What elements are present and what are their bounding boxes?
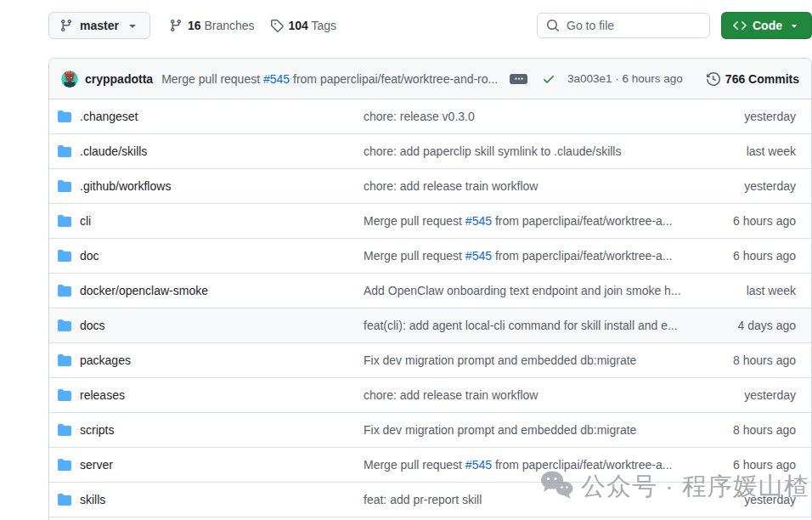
pr-link[interactable]: #545 [263,72,290,86]
table-row[interactable]: server Merge pull request #545 from pape… [49,448,811,483]
folder-icon [58,284,71,297]
file-name-link[interactable]: releases [80,388,125,402]
file-name-link[interactable]: skills [80,493,105,506]
row-commit-message-suffix[interactable]: from paperclipai/feat/worktree-a... [492,458,672,472]
commits-count: 766 [725,72,745,86]
commit-message-prefix[interactable]: Merge pull request [161,72,263,86]
file-name-link[interactable]: .github/workflows [80,179,171,193]
folder-icon [58,493,71,506]
commit-message-suffix[interactable]: from paperclipai/feat/worktree-and-ro... [290,72,498,86]
row-pr-link[interactable]: #545 [465,214,492,228]
table-row[interactable]: skills feat: add pr-report skill yesterd… [49,483,811,517]
commits-label: Commits [748,72,799,86]
name-cell: docker/openclaw-smoke [49,284,364,297]
row-commit-message[interactable]: Merge pull request [364,214,465,228]
code-button-label: Code [753,19,782,32]
commit-date: 6 hours ago [684,249,811,263]
name-cell: .claude/skills [49,144,364,158]
name-cell: .github/workflows [49,179,364,193]
search-input[interactable] [567,19,701,32]
file-name-link[interactable]: docs [80,319,105,332]
row-commit-message-suffix[interactable]: from paperclipai/feat/worktree-a... [492,249,672,263]
git-branch-icon [59,19,73,32]
commit-date: 8 hours ago [684,353,811,367]
table-row[interactable]: cli Merge pull request #545 from papercl… [49,204,811,239]
row-commit-message[interactable]: chore: add release train workflow [364,388,538,402]
file-name-link[interactable]: packages [80,353,131,367]
name-cell: .changeset [49,110,364,123]
folder-icon [58,144,71,158]
commit-message-cell: Add OpenClaw onboarding text endpoint an… [364,284,684,297]
table-row[interactable]: scripts Fix dev migration prompt and emb… [49,413,811,448]
row-commit-message[interactable]: chore: release v0.3.0 [364,110,475,123]
name-cell: scripts [49,423,364,437]
folder-icon [58,458,71,472]
commit-date: yesterday [684,179,811,193]
row-commit-message[interactable]: Merge pull request [364,458,465,472]
file-name-link[interactable]: .claude/skills [80,144,147,158]
folder-icon [58,353,71,367]
checks-status-icon[interactable] [542,72,555,86]
branches-label: Branches [204,19,254,32]
tags-label: Tags [312,19,337,32]
row-pr-link[interactable]: #545 [465,249,492,263]
row-commit-message-suffix[interactable]: from paperclipai/feat/worktree-a... [492,214,672,228]
commit-date: last week [684,284,811,297]
file-tree-box: cryppadotta Merge pull request #545 from… [48,58,812,520]
code-icon [733,19,747,32]
history-icon [707,72,720,86]
file-table: .changeset chore: release v0.3.0 yesterd… [49,99,811,517]
go-to-file-search[interactable] [537,13,710,38]
row-commit-message[interactable]: Merge pull request [364,249,465,263]
repo-toolbar: master 16 Branches 104 Tags [48,12,812,39]
table-row[interactable]: releases chore: add release train workfl… [49,378,811,413]
git-branch-icon [169,19,183,32]
row-pr-link[interactable]: #545 [465,458,492,472]
commit-message-cell: feat(cli): add agent local-cli command f… [364,319,684,332]
commit-date: yesterday [684,388,811,402]
commit-message-cell: Fix dev migration prompt and embedded db… [364,423,684,437]
file-name-link[interactable]: .changeset [80,110,138,123]
table-row[interactable]: docs feat(cli): add agent local-cli comm… [49,308,811,343]
commit-date: 6 hours ago [684,214,811,228]
name-cell: packages [49,353,364,367]
file-name-link[interactable]: doc [80,249,99,263]
row-commit-message[interactable]: Add OpenClaw onboarding text endpoint an… [364,284,681,297]
folder-icon [58,179,71,193]
folder-icon [58,214,71,228]
branch-selector-button[interactable]: master [48,12,150,39]
name-cell: skills [49,493,364,506]
row-commit-message[interactable]: chore: add paperclip skill symlink to .c… [364,144,621,158]
table-row[interactable]: packages Fix dev migration prompt and em… [49,343,811,378]
table-row[interactable]: .claude/skills chore: add paperclip skil… [49,134,811,169]
commit-message-cell: chore: release v0.3.0 [364,110,684,123]
tags-link[interactable]: 104 Tags [270,19,337,32]
branches-link[interactable]: 16 Branches [169,19,255,32]
commit-message-cell: Merge pull request #545 from paperclipai… [364,249,684,263]
commit-date: yesterday [684,493,811,506]
name-cell: server [49,458,364,472]
commit-date: 4 days ago [684,319,811,332]
table-row[interactable]: docker/openclaw-smoke Add OpenClaw onboa… [49,274,811,308]
folder-icon [58,319,71,332]
row-commit-message[interactable]: chore: add release train workflow [364,179,538,193]
table-row[interactable]: .github/workflows chore: add release tra… [49,169,811,204]
table-row[interactable]: .changeset chore: release v0.3.0 yesterd… [49,99,811,134]
row-commit-message[interactable]: feat(cli): add agent local-cli command f… [364,319,678,332]
name-cell: doc [49,249,364,263]
code-button[interactable]: Code [721,12,812,39]
row-commit-message[interactable]: Fix dev migration prompt and embedded db… [364,353,636,367]
avatar[interactable] [61,71,78,88]
file-name-link[interactable]: cli [80,214,91,228]
commit-sha-time[interactable]: 3a003e1 · 6 hours ago [567,72,683,85]
table-row[interactable]: doc Merge pull request #545 from papercl… [49,239,811,274]
file-name-link[interactable]: scripts [80,423,114,437]
file-name-link[interactable]: server [80,458,113,472]
commit-author[interactable]: cryppadotta [85,72,153,86]
file-name-link[interactable]: docker/openclaw-smoke [80,284,208,297]
commit-description-toggle[interactable] [510,74,527,84]
commit-message-cell: feat: add pr-report skill [364,493,684,506]
row-commit-message[interactable]: Fix dev migration prompt and embedded db… [364,423,636,437]
commit-history-link[interactable]: 766 Commits [707,72,799,86]
row-commit-message[interactable]: feat: add pr-report skill [364,493,482,506]
